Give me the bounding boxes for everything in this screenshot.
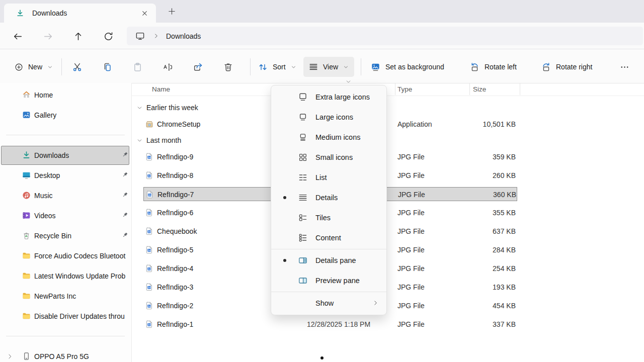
chevron-right-icon[interactable]	[7, 353, 14, 360]
copy-button[interactable]	[97, 57, 117, 77]
folder-icon	[22, 271, 31, 281]
file-type: JPG File	[397, 299, 425, 313]
menu-item-label: Small icons	[315, 147, 353, 167]
new-tab-icon[interactable]	[166, 6, 177, 17]
navigation-pane: HomeGalleryDownloadsDesktopMusicVideosRe…	[0, 83, 132, 362]
cut-button[interactable]	[67, 57, 87, 77]
see-more-button[interactable]	[614, 57, 634, 77]
view-menu-item-medium-icons[interactable]: Medium icons	[271, 127, 386, 147]
sidebar-item-latest-windows-update-prob[interactable]: Latest Windows Update Prob	[0, 266, 131, 286]
explorer-tab-downloads[interactable]: Downloads	[4, 4, 156, 23]
column-header-size[interactable]: Size	[473, 83, 486, 95]
view-menu-item-tiles[interactable]: Tiles	[271, 208, 386, 228]
tab-close-icon[interactable]	[139, 8, 150, 19]
sort-button[interactable]: Sort	[253, 57, 302, 77]
back-icon[interactable]	[12, 31, 23, 42]
pin-icon	[121, 171, 129, 178]
view-menu-item-content[interactable]: Content	[271, 228, 386, 248]
view-menu-item-show[interactable]: Show	[271, 293, 386, 313]
breadcrumb-chevron-icon	[152, 32, 160, 40]
sidebar-item-oppo-a5-pro-5g[interactable]: OPPO A5 Pro 5G	[0, 346, 131, 362]
sort-button-label: Sort	[273, 63, 286, 71]
view-button[interactable]: View	[303, 57, 354, 77]
menu-item-label: Preview pane	[315, 270, 360, 291]
new-button-label: New	[28, 63, 42, 71]
view-menu-item-details[interactable]: Details	[271, 188, 386, 208]
view-menu-item-small-icons[interactable]: Small icons	[271, 147, 386, 167]
sidebar-item-label: OPPO A5 Pro 5G	[34, 346, 89, 362]
view-menu-item-preview-pane[interactable]: Preview pane	[271, 270, 386, 291]
set-background-icon	[370, 62, 381, 72]
file-name: RefIndigo-3	[157, 280, 193, 294]
view-menu-item-large-icons[interactable]: Large icons	[271, 107, 386, 127]
videos-icon	[22, 211, 31, 220]
sidebar-item-gallery[interactable]: Gallery	[0, 105, 131, 125]
address-bar[interactable]: Downloads	[127, 27, 643, 45]
cursor-dot	[320, 356, 324, 359]
set-background-button[interactable]: Set as background	[365, 57, 449, 77]
gallery-icon	[22, 110, 31, 120]
chevron-down-icon[interactable]	[136, 105, 143, 111]
menu-item-label: Details	[315, 188, 338, 208]
view-menu-item-list[interactable]: List	[271, 167, 386, 188]
menu-item-label: Content	[315, 228, 341, 248]
breadcrumb-location[interactable]: Downloads	[166, 32, 201, 40]
new-button[interactable]: New	[9, 57, 58, 77]
column-header-type[interactable]: Type	[397, 83, 412, 95]
sidebar-item-newparts-inc[interactable]: NewParts Inc	[0, 286, 131, 306]
file-name: ChromeSetup	[157, 117, 200, 131]
medium-icons-icon	[298, 132, 308, 142]
file-name: RefIndigo-6	[157, 206, 193, 220]
cut-icon	[72, 62, 83, 72]
forward-icon[interactable]	[42, 31, 53, 42]
sidebar-item-videos[interactable]: Videos	[0, 206, 131, 226]
file-size: 637 KB	[440, 224, 516, 238]
pin-icon	[121, 191, 129, 199]
trash-icon	[223, 62, 233, 72]
downloads-tab-icon	[16, 9, 25, 18]
file-type: JPG File	[397, 261, 425, 276]
file-size: 254 KB	[440, 261, 516, 276]
folder-icon	[22, 311, 31, 321]
rename-button[interactable]	[157, 57, 178, 77]
chevron-down-icon[interactable]	[136, 137, 143, 144]
jpg-file-icon	[145, 264, 154, 273]
sidebar-item-label: Latest Windows Update Prob	[34, 266, 125, 286]
sidebar-item-home[interactable]: Home	[0, 85, 131, 105]
up-icon[interactable]	[72, 31, 84, 42]
sidebar-item-force-audio-codecs-bluetoot[interactable]: Force Audio Codecs Bluetoot	[0, 246, 131, 266]
column-header-name[interactable]: Name	[152, 83, 170, 95]
file-type: JPG File	[397, 168, 425, 183]
sidebar-item-label: Music	[34, 186, 53, 206]
file-size: 337 KB	[440, 317, 516, 331]
file-row-refindigo-1[interactable]: RefIndigo-112/28/2025 1:18 PMJPG File337…	[143, 317, 517, 331]
pin-icon	[121, 151, 129, 158]
sidebar-item-label: Home	[34, 85, 53, 105]
large-icons-icon	[298, 112, 308, 122]
sidebar-item-recycle-bin[interactable]: Recycle Bin	[0, 226, 131, 246]
share-button[interactable]	[188, 57, 208, 77]
set-background-label: Set as background	[385, 63, 444, 71]
chevron-right-icon	[372, 299, 379, 307]
rotate-right-icon	[541, 62, 551, 72]
file-size: 284 KB	[440, 243, 516, 257]
sidebar-item-downloads[interactable]: Downloads	[0, 145, 131, 165]
sidebar-item-disable-driver-updates-throu[interactable]: Disable Driver Updates throu	[0, 306, 131, 326]
sidebar-item-desktop[interactable]: Desktop	[0, 165, 131, 186]
file-type: Application	[397, 117, 432, 131]
rotate-left-button[interactable]: Rotate left	[464, 57, 522, 77]
file-size: 454 KB	[440, 299, 516, 313]
share-icon	[193, 62, 203, 72]
view-menu-item-details-pane[interactable]: Details pane	[271, 250, 386, 270]
view-menu-item-extra-large-icons[interactable]: Extra large icons	[271, 87, 386, 107]
file-name: RefIndigo-9	[157, 150, 193, 164]
sidebar-item-music[interactable]: Music	[0, 186, 131, 206]
jpg-file-icon	[145, 283, 154, 292]
jpg-file-icon	[145, 301, 154, 310]
sort-descending-icon	[345, 78, 352, 85]
refresh-icon[interactable]	[103, 31, 114, 42]
file-name: Chequebook	[157, 224, 197, 238]
menu-item-label: Show	[315, 293, 334, 313]
rotate-right-button[interactable]: Rotate right	[536, 57, 597, 77]
delete-button[interactable]	[218, 57, 238, 77]
